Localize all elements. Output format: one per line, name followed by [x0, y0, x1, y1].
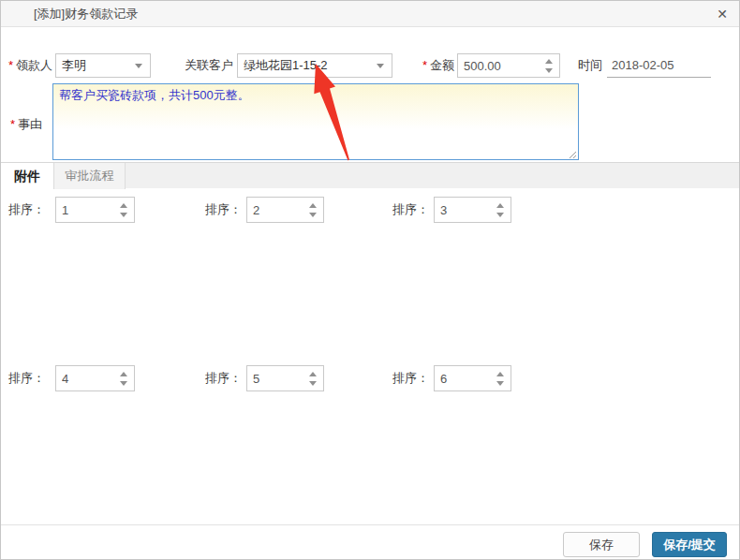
- sort-input-box-2: [246, 197, 324, 223]
- spinner-up-icon[interactable]: [496, 372, 504, 376]
- customer-label: 关联客户: [181, 53, 233, 78]
- spinner-down-icon[interactable]: [120, 213, 127, 217]
- customer-value: 绿地花园1-15-2: [244, 54, 328, 77]
- sort-spinner[interactable]: [120, 198, 127, 222]
- spinner-up-icon[interactable]: [120, 203, 127, 208]
- dialog-title: [添加]财务领款记录: [34, 1, 138, 27]
- customer-select[interactable]: 绿地花园1-15-2: [237, 53, 392, 78]
- sort-label: 排序：: [392, 197, 429, 223]
- sort-spinner[interactable]: [309, 366, 317, 391]
- sort-spinner[interactable]: [496, 366, 504, 391]
- spinner-down-icon[interactable]: [120, 381, 127, 386]
- spinner-down-icon[interactable]: [545, 68, 553, 73]
- spinner-up-icon[interactable]: [120, 372, 127, 376]
- save-submit-button[interactable]: 保存/提交: [652, 532, 727, 557]
- sort-spinner[interactable]: [496, 198, 504, 222]
- sort-input-box-4: [55, 365, 135, 391]
- required-marker: *: [422, 58, 427, 72]
- sort-label: 排序：: [205, 197, 242, 223]
- spinner-down-icon[interactable]: [309, 381, 317, 386]
- sort-label: 排序：: [8, 197, 45, 223]
- sort-spinner[interactable]: [309, 198, 317, 222]
- spinner-down-icon[interactable]: [496, 213, 504, 217]
- sort-input-box-5: [246, 365, 324, 391]
- payee-value: 李明: [62, 54, 86, 77]
- dialog-footer: 保存 保存/提交: [1, 524, 739, 559]
- close-icon[interactable]: ✕: [717, 1, 728, 27]
- sort-input-box-3: [434, 197, 511, 223]
- reason-label: *事由: [1, 112, 42, 137]
- time-field[interactable]: 2018-02-05: [607, 53, 711, 78]
- tab-strip: 附件 审批流程: [1, 162, 739, 188]
- sort-label: 排序：: [392, 365, 429, 391]
- dropdown-arrow-icon: [135, 64, 142, 68]
- required-marker: *: [8, 58, 13, 72]
- amount-input[interactable]: [458, 54, 559, 77]
- sort-input-box-6: [434, 365, 511, 391]
- required-marker: *: [10, 117, 15, 131]
- spinner-down-icon[interactable]: [309, 213, 317, 217]
- dropdown-arrow-icon: [377, 64, 384, 68]
- payee-select[interactable]: 李明: [55, 53, 151, 78]
- sort-spinner[interactable]: [120, 366, 127, 391]
- amount-label: *金额: [419, 53, 454, 78]
- spinner-up-icon[interactable]: [309, 372, 317, 376]
- spinner-down-icon[interactable]: [496, 381, 504, 386]
- sort-label: 排序：: [8, 365, 45, 391]
- time-value: 2018-02-05: [612, 58, 674, 72]
- spinner-up-icon[interactable]: [309, 203, 317, 208]
- spinner-up-icon[interactable]: [496, 203, 504, 208]
- tab-approval-flow[interactable]: 审批流程: [54, 163, 126, 189]
- reason-textarea[interactable]: 帮客户买瓷砖款项，共计500元整。: [52, 83, 579, 160]
- spinner-up-icon[interactable]: [545, 59, 553, 64]
- tab-attachments[interactable]: 附件: [1, 163, 54, 189]
- save-button[interactable]: 保存: [563, 532, 640, 557]
- add-finance-record-dialog: [添加]财务领款记录 ✕ *领款人 李明 关联客户 绿地花园1-15-2 *金额…: [0, 0, 740, 560]
- sort-label: 排序：: [205, 365, 242, 391]
- amount-spinner[interactable]: [545, 54, 553, 77]
- sort-input-box-1: [55, 197, 135, 223]
- dialog-header: [添加]财务领款记录 ✕: [1, 1, 739, 27]
- time-label: 时间: [576, 53, 602, 78]
- amount-input-box: [457, 53, 560, 78]
- payee-label: *领款人: [7, 53, 52, 78]
